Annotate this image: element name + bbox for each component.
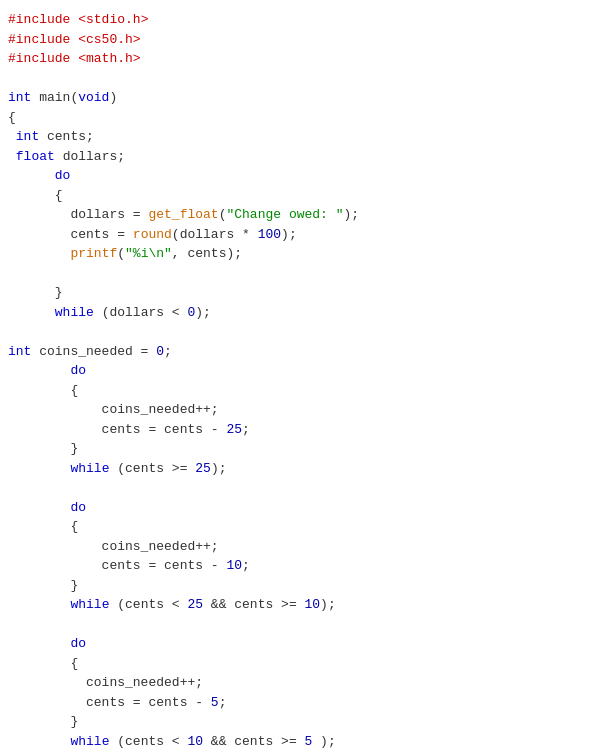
line-content: }: [8, 439, 599, 459]
code-line: {: [0, 517, 607, 537]
code-line: int main(void): [0, 88, 607, 108]
code-line: int coins_needed = 0;: [0, 342, 607, 362]
token: 10: [187, 734, 203, 749]
token: }: [8, 285, 63, 300]
token: do: [70, 636, 86, 651]
token: int: [16, 129, 39, 144]
line-content: {: [8, 517, 599, 537]
code-line: while (cents < 25 && cents >= 10);: [0, 595, 607, 615]
token: {: [8, 383, 78, 398]
line-content: coins_needed++;: [8, 400, 599, 420]
token: int: [8, 344, 31, 359]
token: <math.h>: [78, 51, 140, 66]
code-line: [0, 478, 607, 498]
code-line: {: [0, 186, 607, 206]
token: round: [133, 227, 172, 242]
token: );: [344, 207, 360, 222]
token: }: [8, 578, 78, 593]
token: 10: [226, 558, 242, 573]
code-line: dollars = get_float("Change owed: ");: [0, 205, 607, 225]
token: {: [8, 519, 78, 534]
token: main(: [31, 90, 78, 105]
code-line: float dollars;: [0, 147, 607, 167]
token: (dollars *: [172, 227, 258, 242]
code-line: {: [0, 654, 607, 674]
code-line: }: [0, 576, 607, 596]
code-line: [0, 615, 607, 635]
token: coins_needed++;: [8, 675, 203, 690]
code-line: printf("%i\n", cents);: [0, 244, 607, 264]
token: "Change owed: ": [226, 207, 343, 222]
token: 25: [226, 422, 242, 437]
line-content: while (cents < 25 && cents >= 10);: [8, 595, 599, 615]
token: coins_needed++;: [8, 402, 219, 417]
code-line: cents = cents - 5;: [0, 693, 607, 713]
token: (: [117, 246, 125, 261]
token: printf: [70, 246, 117, 261]
line-content: {: [8, 186, 599, 206]
token: {: [8, 110, 16, 125]
token: #include: [8, 51, 78, 66]
token: [8, 500, 70, 515]
token: [8, 246, 70, 261]
code-line: while (cents >= 25);: [0, 459, 607, 479]
token: #include: [8, 12, 78, 27]
code-line: cents = cents - 25;: [0, 420, 607, 440]
line-content: #include <cs50.h>: [8, 30, 599, 50]
token: }: [8, 441, 78, 456]
line-content: while (dollars < 0);: [8, 303, 599, 323]
line-content: do: [8, 498, 599, 518]
token: ): [109, 90, 117, 105]
token: do: [8, 168, 70, 183]
line-content: do: [8, 166, 599, 186]
line-content: int main(void): [8, 88, 599, 108]
code-line: while (dollars < 0);: [0, 303, 607, 323]
token: );: [312, 734, 335, 749]
token: [8, 363, 70, 378]
code-line: }: [0, 712, 607, 732]
token: do: [70, 363, 86, 378]
token: [8, 305, 55, 320]
token: [8, 597, 70, 612]
code-line: cents = round(dollars * 100);: [0, 225, 607, 245]
token: [8, 129, 16, 144]
token: [8, 149, 16, 164]
code-line: [0, 69, 607, 89]
token: coins_needed++;: [8, 539, 219, 554]
token: && cents >=: [203, 597, 304, 612]
token: (cents <: [109, 734, 187, 749]
token: dollars =: [8, 207, 148, 222]
token: ;: [242, 422, 250, 437]
line-content: int coins_needed = 0;: [8, 342, 599, 362]
line-content: while (cents >= 25);: [8, 459, 599, 479]
token: [8, 636, 70, 651]
token: ;: [219, 695, 227, 710]
token: while: [70, 461, 109, 476]
token: );: [281, 227, 297, 242]
line-content: dollars = get_float("Change owed: ");: [8, 205, 599, 225]
line-content: }: [8, 283, 599, 303]
token: [8, 461, 70, 476]
code-line: #include <cs50.h>: [0, 30, 607, 50]
line-content: }: [8, 712, 599, 732]
code-line: while (cents < 10 && cents >= 5 );: [0, 732, 607, 750]
token: , cents);: [172, 246, 242, 261]
line-content: do: [8, 634, 599, 654]
code-line: #include <stdio.h>: [0, 10, 607, 30]
line-content: coins_needed++;: [8, 673, 599, 693]
token: {: [8, 656, 78, 671]
line-content: float dollars;: [8, 147, 599, 167]
token: cents = cents -: [8, 558, 226, 573]
token: }: [8, 714, 78, 729]
code-line: }: [0, 439, 607, 459]
token: int: [8, 90, 31, 105]
token: cents;: [39, 129, 94, 144]
line-content: cents = cents - 10;: [8, 556, 599, 576]
token: 10: [304, 597, 320, 612]
token: <cs50.h>: [78, 32, 140, 47]
code-line: coins_needed++;: [0, 537, 607, 557]
token: );: [195, 305, 211, 320]
token: 100: [258, 227, 281, 242]
token: );: [211, 461, 227, 476]
code-line: [0, 264, 607, 284]
